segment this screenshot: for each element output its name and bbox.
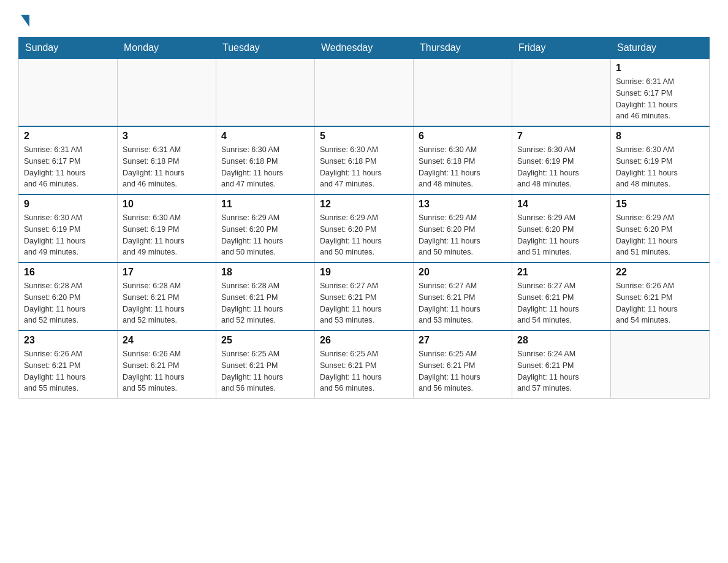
calendar-week-2: 2Sunrise: 6:31 AM Sunset: 6:17 PM Daylig…	[19, 126, 710, 194]
calendar-table: SundayMondayTuesdayWednesdayThursdayFrid…	[18, 37, 710, 399]
calendar-cell: 6Sunrise: 6:30 AM Sunset: 6:18 PM Daylig…	[414, 126, 512, 194]
weekday-header-saturday: Saturday	[611, 37, 710, 59]
day-info: Sunrise: 6:30 AM Sunset: 6:19 PM Dayligh…	[616, 144, 704, 190]
day-info: Sunrise: 6:25 AM Sunset: 6:21 PM Dayligh…	[221, 348, 309, 394]
calendar-cell: 15Sunrise: 6:29 AM Sunset: 6:20 PM Dayli…	[611, 194, 710, 262]
day-number: 22	[616, 267, 704, 278]
day-number: 25	[221, 335, 309, 346]
calendar-cell: 5Sunrise: 6:30 AM Sunset: 6:18 PM Daylig…	[315, 126, 414, 194]
calendar-cell: 11Sunrise: 6:29 AM Sunset: 6:20 PM Dayli…	[216, 194, 315, 262]
day-number: 14	[517, 199, 605, 210]
day-number: 21	[517, 267, 605, 278]
day-number: 5	[320, 131, 408, 142]
day-number: 11	[221, 199, 309, 210]
weekday-header-monday: Monday	[118, 37, 216, 59]
day-number: 20	[419, 267, 507, 278]
day-info: Sunrise: 6:26 AM Sunset: 6:21 PM Dayligh…	[616, 280, 704, 326]
calendar-cell: 7Sunrise: 6:30 AM Sunset: 6:19 PM Daylig…	[512, 126, 611, 194]
logo-arrow-icon	[21, 15, 29, 27]
calendar-week-1: 1Sunrise: 6:31 AM Sunset: 6:17 PM Daylig…	[19, 59, 710, 127]
calendar-cell: 9Sunrise: 6:30 AM Sunset: 6:19 PM Daylig…	[19, 194, 118, 262]
day-info: Sunrise: 6:27 AM Sunset: 6:21 PM Dayligh…	[517, 280, 605, 326]
calendar-cell: 28Sunrise: 6:24 AM Sunset: 6:21 PM Dayli…	[512, 331, 611, 399]
day-info: Sunrise: 6:31 AM Sunset: 6:18 PM Dayligh…	[123, 144, 211, 190]
day-info: Sunrise: 6:28 AM Sunset: 6:21 PM Dayligh…	[221, 280, 309, 326]
calendar-cell	[19, 59, 118, 127]
day-info: Sunrise: 6:27 AM Sunset: 6:21 PM Dayligh…	[320, 280, 408, 326]
day-info: Sunrise: 6:30 AM Sunset: 6:18 PM Dayligh…	[221, 144, 309, 190]
calendar-cell: 3Sunrise: 6:31 AM Sunset: 6:18 PM Daylig…	[118, 126, 216, 194]
calendar-cell: 1Sunrise: 6:31 AM Sunset: 6:17 PM Daylig…	[611, 59, 710, 127]
weekday-header-tuesday: Tuesday	[216, 37, 315, 59]
day-info: Sunrise: 6:28 AM Sunset: 6:20 PM Dayligh…	[24, 280, 112, 326]
day-number: 4	[221, 131, 309, 142]
day-number: 19	[320, 267, 408, 278]
calendar-cell: 27Sunrise: 6:25 AM Sunset: 6:21 PM Dayli…	[414, 331, 512, 399]
calendar-cell	[118, 59, 216, 127]
calendar-cell: 13Sunrise: 6:29 AM Sunset: 6:20 PM Dayli…	[414, 194, 512, 262]
weekday-header-wednesday: Wednesday	[315, 37, 414, 59]
day-number: 12	[320, 199, 408, 210]
calendar-cell: 8Sunrise: 6:30 AM Sunset: 6:19 PM Daylig…	[611, 126, 710, 194]
calendar-cell: 14Sunrise: 6:29 AM Sunset: 6:20 PM Dayli…	[512, 194, 611, 262]
day-info: Sunrise: 6:27 AM Sunset: 6:21 PM Dayligh…	[419, 280, 507, 326]
calendar-cell: 10Sunrise: 6:30 AM Sunset: 6:19 PM Dayli…	[118, 194, 216, 262]
calendar-cell	[414, 59, 512, 127]
day-number: 27	[419, 335, 507, 346]
day-info: Sunrise: 6:26 AM Sunset: 6:21 PM Dayligh…	[123, 348, 211, 394]
day-info: Sunrise: 6:28 AM Sunset: 6:21 PM Dayligh…	[123, 280, 211, 326]
day-number: 7	[517, 131, 605, 142]
calendar-cell	[315, 59, 414, 127]
day-number: 28	[517, 335, 605, 346]
day-info: Sunrise: 6:30 AM Sunset: 6:19 PM Dayligh…	[123, 212, 211, 258]
day-number: 3	[123, 131, 211, 142]
calendar-cell: 26Sunrise: 6:25 AM Sunset: 6:21 PM Dayli…	[315, 331, 414, 399]
day-number: 26	[320, 335, 408, 346]
calendar-cell	[611, 331, 710, 399]
calendar-cell: 17Sunrise: 6:28 AM Sunset: 6:21 PM Dayli…	[118, 262, 216, 331]
day-info: Sunrise: 6:29 AM Sunset: 6:20 PM Dayligh…	[419, 212, 507, 258]
calendar-cell: 25Sunrise: 6:25 AM Sunset: 6:21 PM Dayli…	[216, 331, 315, 399]
calendar-week-4: 16Sunrise: 6:28 AM Sunset: 6:20 PM Dayli…	[19, 262, 710, 331]
calendar-cell: 12Sunrise: 6:29 AM Sunset: 6:20 PM Dayli…	[315, 194, 414, 262]
calendar-cell: 16Sunrise: 6:28 AM Sunset: 6:20 PM Dayli…	[19, 262, 118, 331]
day-info: Sunrise: 6:29 AM Sunset: 6:20 PM Dayligh…	[616, 212, 704, 258]
day-number: 17	[123, 267, 211, 278]
day-info: Sunrise: 6:24 AM Sunset: 6:21 PM Dayligh…	[517, 348, 605, 394]
day-info: Sunrise: 6:31 AM Sunset: 6:17 PM Dayligh…	[24, 144, 112, 190]
day-number: 9	[24, 199, 112, 210]
day-info: Sunrise: 6:31 AM Sunset: 6:17 PM Dayligh…	[616, 76, 704, 122]
day-number: 15	[616, 199, 704, 210]
day-info: Sunrise: 6:25 AM Sunset: 6:21 PM Dayligh…	[320, 348, 408, 394]
day-info: Sunrise: 6:29 AM Sunset: 6:20 PM Dayligh…	[221, 212, 309, 258]
day-info: Sunrise: 6:30 AM Sunset: 6:19 PM Dayligh…	[24, 212, 112, 258]
day-info: Sunrise: 6:30 AM Sunset: 6:18 PM Dayligh…	[320, 144, 408, 190]
day-number: 13	[419, 199, 507, 210]
day-number: 23	[24, 335, 112, 346]
day-number: 8	[616, 131, 704, 142]
day-info: Sunrise: 6:26 AM Sunset: 6:21 PM Dayligh…	[24, 348, 112, 394]
weekday-header-sunday: Sunday	[19, 37, 118, 59]
calendar-cell: 19Sunrise: 6:27 AM Sunset: 6:21 PM Dayli…	[315, 262, 414, 331]
calendar-cell	[512, 59, 611, 127]
day-info: Sunrise: 6:25 AM Sunset: 6:21 PM Dayligh…	[419, 348, 507, 394]
calendar-cell: 18Sunrise: 6:28 AM Sunset: 6:21 PM Dayli…	[216, 262, 315, 331]
calendar-cell: 4Sunrise: 6:30 AM Sunset: 6:18 PM Daylig…	[216, 126, 315, 194]
day-number: 18	[221, 267, 309, 278]
day-number: 16	[24, 267, 112, 278]
calendar-cell: 22Sunrise: 6:26 AM Sunset: 6:21 PM Dayli…	[611, 262, 710, 331]
day-number: 6	[419, 131, 507, 142]
calendar-cell: 23Sunrise: 6:26 AM Sunset: 6:21 PM Dayli…	[19, 331, 118, 399]
calendar-week-5: 23Sunrise: 6:26 AM Sunset: 6:21 PM Dayli…	[19, 331, 710, 399]
calendar-week-3: 9Sunrise: 6:30 AM Sunset: 6:19 PM Daylig…	[19, 194, 710, 262]
day-number: 10	[123, 199, 211, 210]
calendar-cell: 2Sunrise: 6:31 AM Sunset: 6:17 PM Daylig…	[19, 126, 118, 194]
day-number: 1	[616, 63, 704, 74]
weekday-header-friday: Friday	[512, 37, 611, 59]
page-header	[18, 12, 710, 25]
logo	[18, 12, 29, 25]
day-info: Sunrise: 6:30 AM Sunset: 6:19 PM Dayligh…	[517, 144, 605, 190]
day-info: Sunrise: 6:29 AM Sunset: 6:20 PM Dayligh…	[320, 212, 408, 258]
weekday-header-row: SundayMondayTuesdayWednesdayThursdayFrid…	[19, 37, 710, 59]
day-info: Sunrise: 6:29 AM Sunset: 6:20 PM Dayligh…	[517, 212, 605, 258]
